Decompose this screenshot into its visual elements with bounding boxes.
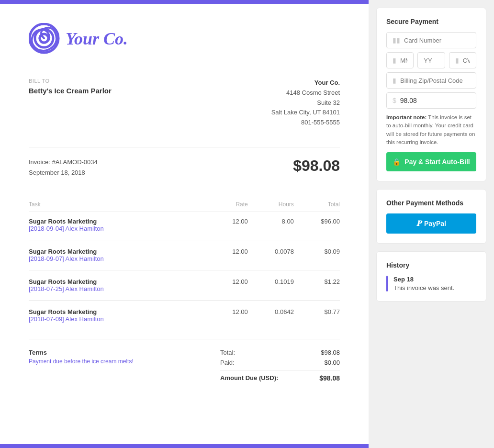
yy-input[interactable] <box>424 57 438 64</box>
location-icon: ▮ <box>393 77 396 84</box>
history-card: History Sep 18 This invoice was sent. <box>376 251 486 302</box>
logo-area: Your Co. <box>29 23 340 54</box>
hours-cell: 0.0078 <box>248 242 294 264</box>
company-phone: 801-555-5555 <box>271 118 340 128</box>
col-task: Task <box>29 197 210 212</box>
page-wrapper: Your Co. BILL TO Betty's Ice Cream Parlo… <box>0 0 494 448</box>
other-payments-title: Other Payment Methods <box>386 199 476 207</box>
important-note-label: Important note: <box>386 114 427 120</box>
history-description: This invoice was sent. <box>393 284 454 291</box>
bottom-accent-bar <box>0 444 369 448</box>
table-row: Sugar Roots Marketing [2018-09-07] Alex … <box>29 242 340 264</box>
company-logo-icon <box>29 23 60 54</box>
divider-billing <box>29 147 340 147</box>
zip-field[interactable]: ▮ <box>386 72 476 89</box>
bill-to-label: BILL TO <box>29 78 112 84</box>
dollar-icon: $ <box>393 97 396 104</box>
history-content: Sep 18 This invoice was sent. <box>393 276 454 291</box>
totals-section: Total: $98.08 Paid: $0.00 Amount Due (US… <box>220 349 340 382</box>
zip-input[interactable] <box>400 77 470 84</box>
top-accent-bar <box>0 0 369 4</box>
task-sub: [2018-07-25] Alex Hamilton <box>29 285 104 292</box>
amount-due-value: $98.08 <box>319 374 340 382</box>
col-rate: Rate <box>210 197 248 212</box>
task-cell: Sugar Roots Marketing [2018-09-07] Alex … <box>29 242 210 264</box>
invoice-total-large: $98.08 <box>293 157 340 175</box>
totals-divider <box>220 370 340 370</box>
history-date: Sep 18 <box>393 276 454 283</box>
paypal-label: PayPal <box>424 220 446 227</box>
lock-icon: ▮ <box>455 56 459 64</box>
hours-cell: 8.00 <box>248 212 294 235</box>
hours-cell: 0.1019 <box>248 272 294 294</box>
lock-icon-btn: 🔒 <box>393 158 401 166</box>
col-hours: Hours <box>248 197 294 212</box>
history-title: History <box>386 261 476 269</box>
rate-cell: 12.00 <box>210 272 248 294</box>
table-row: Sugar Roots Marketing [2018-07-25] Alex … <box>29 272 340 294</box>
total-row: Total: $98.08 <box>220 349 340 356</box>
invoice-panel: Your Co. BILL TO Betty's Ice Cream Parlo… <box>0 0 369 448</box>
sidebar: Secure Payment ▮▮ ▮ ▮ <box>369 0 494 448</box>
paypal-logo: 𝐏 <box>416 219 421 228</box>
mm-field[interactable]: ▮ <box>386 52 414 68</box>
payment-amount: 98.08 <box>400 97 417 104</box>
bill-to-name: Betty's Ice Cream Parlor <box>29 87 112 95</box>
row-separator <box>29 234 340 242</box>
table-row: Sugar Roots Marketing [2018-09-04] Alex … <box>29 212 340 235</box>
total-label: Total: <box>220 349 235 356</box>
rate-cell: 12.00 <box>210 242 248 264</box>
invoice-footer: Terms Payment due before the ice cream m… <box>29 339 340 382</box>
card-number-input[interactable] <box>404 37 470 44</box>
task-name: Sugar Roots Marketing <box>29 278 210 285</box>
task-cell: Sugar Roots Marketing [2018-07-25] Alex … <box>29 272 210 294</box>
rate-cell: 12.00 <box>210 212 248 235</box>
task-sub: [2018-09-04] Alex Hamilton <box>29 225 104 232</box>
paid-label: Paid: <box>220 359 235 366</box>
billing-row: BILL TO Betty's Ice Cream Parlor Your Co… <box>29 78 340 128</box>
invoice-table: Task Rate Hours Total Sugar Roots Market… <box>29 197 340 325</box>
paypal-button[interactable]: 𝐏 PayPal <box>386 213 476 234</box>
terms-title: Terms <box>29 349 134 356</box>
amount-due-row: Amount Due (USD): $98.08 <box>220 374 340 382</box>
total-cell: $0.09 <box>294 242 340 264</box>
task-sub: [2018-09-07] Alex Hamilton <box>29 255 104 262</box>
task-cell: Sugar Roots Marketing [2018-09-04] Alex … <box>29 212 210 235</box>
paid-row: Paid: $0.00 <box>220 359 340 366</box>
other-payments-card: Other Payment Methods 𝐏 PayPal <box>376 189 486 244</box>
task-name: Sugar Roots Marketing <box>29 218 210 225</box>
cvc-field[interactable]: ▮ <box>449 52 476 68</box>
expiry-cvc-row: ▮ ▮ <box>386 52 476 68</box>
mm-input[interactable] <box>400 57 407 64</box>
invoice-meta: Invoice: #ALAMOD-0034 September 18, 2018 <box>29 157 98 178</box>
task-sub: [2018-07-09] Alex Hamilton <box>29 315 104 323</box>
company-info-name: Your Co. <box>271 78 340 88</box>
row-separator <box>29 294 340 302</box>
payment-title: Secure Payment <box>386 18 476 25</box>
amount-due-label: Amount Due (USD): <box>220 374 278 382</box>
calendar-icon: ▮ <box>393 56 396 64</box>
col-total: Total <box>294 197 340 212</box>
task-name: Sugar Roots Marketing <box>29 308 210 315</box>
company-address1: 4148 Cosmo Street <box>271 88 340 98</box>
history-bar <box>386 276 388 291</box>
company-name-logo: Your Co. <box>66 29 128 49</box>
table-row: Sugar Roots Marketing [2018-07-09] Alex … <box>29 302 340 325</box>
task-cell: Sugar Roots Marketing [2018-07-09] Alex … <box>29 302 210 325</box>
row-separator <box>29 264 340 272</box>
amount-field[interactable]: $ 98.08 <box>386 92 476 109</box>
yy-field[interactable] <box>417 52 445 68</box>
credit-card-icon: ▮▮ <box>393 36 400 44</box>
card-number-field[interactable]: ▮▮ <box>386 32 476 48</box>
total-cell: $96.00 <box>294 212 340 235</box>
hours-cell: 0.0642 <box>248 302 294 325</box>
cvc-input[interactable] <box>463 57 470 64</box>
payment-card: Secure Payment ▮▮ ▮ ▮ <box>376 8 486 181</box>
company-info: Your Co. 4148 Cosmo Street Suite 32 Salt… <box>271 78 340 128</box>
paid-value: $0.00 <box>324 359 340 366</box>
pay-button[interactable]: 🔒 Pay & Start Auto-Bill <box>386 152 476 171</box>
invoice-body: Your Co. BILL TO Betty's Ice Cream Parlo… <box>0 4 369 444</box>
important-note: Important note: This invoice is set to a… <box>386 113 476 146</box>
total-cell: $0.77 <box>294 302 340 325</box>
terms-text: Payment due before the ice cream melts! <box>29 358 134 365</box>
